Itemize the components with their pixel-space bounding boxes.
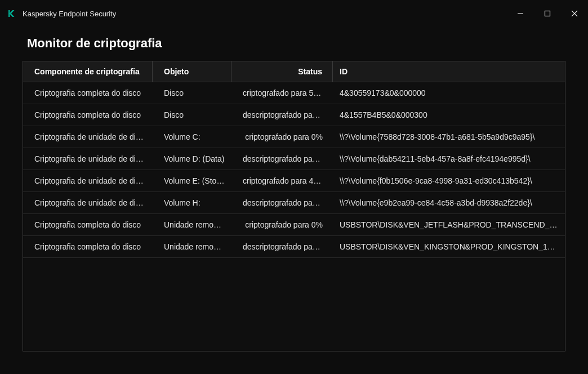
cell-component: Criptografia completa do disco (23, 236, 153, 257)
cell-object: Volume H: (153, 192, 231, 213)
table-header: Componente de criptografia Objeto Status… (23, 61, 565, 82)
main-window: Kaspersky Endpoint Security Monitor de c… (0, 0, 588, 374)
table-row[interactable]: Criptografia completa do discoDiscocript… (23, 82, 565, 104)
cell-object: Volume E: (Storage) (153, 170, 231, 192)
cell-id: USBSTOR\DISK&VEN_JETFLASH&PROD_TRANSCEND… (333, 214, 565, 235)
table-body: Criptografia completa do discoDiscocript… (23, 82, 565, 351)
cell-status: descriptografado para 9... (231, 104, 333, 126)
table-row[interactable]: Criptografia completa do discoDiscodescr… (23, 104, 565, 126)
cell-object: Unidade removível (153, 236, 231, 257)
window-controls (514, 7, 581, 20)
close-button[interactable] (568, 7, 581, 20)
cell-component: Criptografia de unidade de disc... (23, 170, 153, 192)
table-row[interactable]: Criptografia completa do discoUnidade re… (23, 214, 565, 236)
cell-status: descriptografado para 1... (231, 192, 333, 213)
svg-rect-1 (545, 11, 550, 16)
maximize-button[interactable] (541, 7, 554, 20)
minimize-button[interactable] (514, 7, 527, 20)
cell-component: Criptografia completa do disco (23, 82, 153, 104)
cell-object: Disco (153, 82, 231, 104)
cell-id: \\?\Volume{e9b2ea99-ce84-4c58-a3bd-d9938… (333, 192, 565, 213)
cell-component: Criptografia de unidade de disc... (23, 192, 153, 213)
cell-component: Criptografia completa do disco (23, 214, 153, 235)
cell-status: criptografado para 0% (231, 214, 333, 235)
cell-object: Volume C: (153, 126, 231, 148)
cell-object: Disco (153, 104, 231, 126)
titlebar: Kaspersky Endpoint Security (0, 0, 588, 27)
cell-component: Criptografia de unidade de disc... (23, 126, 153, 148)
cell-id: \\?\Volume{7588d728-3008-47b1-a681-5b5a9… (333, 126, 565, 148)
cell-status: criptografado para 47% (231, 170, 333, 192)
cell-id: 4&1557B4B5&0&000300 (333, 104, 565, 126)
cell-status: criptografado para 53% (231, 82, 333, 104)
table-row[interactable]: Criptografia de unidade de disc...Volume… (23, 192, 565, 214)
table-row[interactable]: Criptografia de unidade de disc...Volume… (23, 170, 565, 192)
table-row[interactable]: Criptografia completa do discoUnidade re… (23, 236, 565, 258)
header-component[interactable]: Componente de criptografia (23, 61, 153, 82)
cell-object: Volume D: (Data) (153, 148, 231, 170)
cell-component: Criptografia completa do disco (23, 104, 153, 126)
cell-id: 4&30559173&0&000000 (333, 82, 565, 104)
table-row[interactable]: Criptografia de unidade de disc...Volume… (23, 148, 565, 170)
titlebar-left: Kaspersky Endpoint Security (7, 8, 116, 19)
cell-status: descriptografado para 21... (231, 148, 333, 170)
cell-component: Criptografia de unidade de disc... (23, 148, 153, 170)
cell-status: criptografado para 0% (231, 126, 333, 148)
cell-id: \\?\Volume{dab54211-5eb4-457a-8a8f-efc41… (333, 148, 565, 170)
cell-status: descriptografado para 1... (231, 236, 333, 257)
encryption-table: Componente de criptografia Objeto Status… (23, 61, 565, 351)
kaspersky-logo-icon (7, 8, 17, 19)
page-title: Monitor de criptografia (0, 27, 588, 61)
header-status[interactable]: Status (231, 61, 333, 82)
app-title: Kaspersky Endpoint Security (23, 10, 116, 18)
cell-id: \\?\Volume{f0b1506e-9ca8-4998-9a31-ed30c… (333, 170, 565, 192)
header-object[interactable]: Objeto (153, 61, 231, 82)
header-id[interactable]: ID (333, 61, 565, 82)
table-row[interactable]: Criptografia de unidade de disc...Volume… (23, 126, 565, 148)
cell-id: USBSTOR\DISK&VEN_KINGSTON&PROD_KINGSTON_… (333, 236, 565, 257)
cell-object: Unidade removível (153, 214, 231, 235)
